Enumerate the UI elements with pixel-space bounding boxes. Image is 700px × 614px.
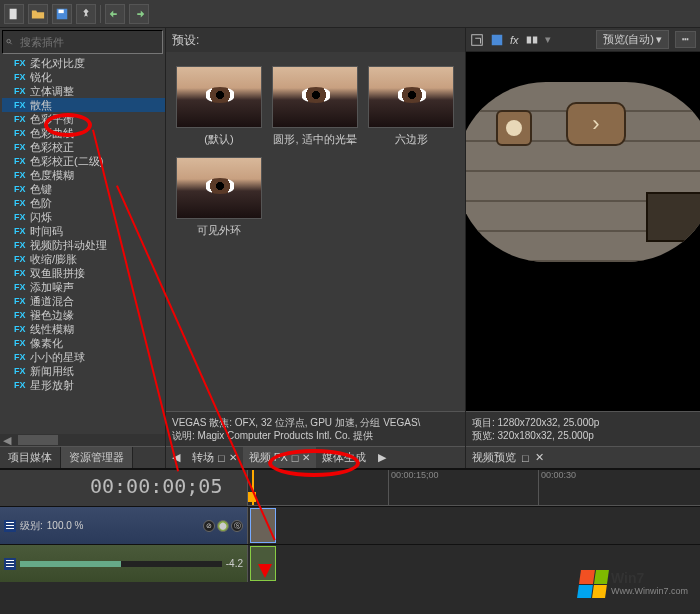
fx-item[interactable]: FX散焦 (2, 98, 165, 112)
fx-item[interactable]: FX色彩校正(二级) (2, 154, 165, 168)
left-bottom-tabs: 项目媒体 资源管理器 (0, 446, 165, 468)
track-level-label: 级别: (20, 519, 43, 533)
fx-item[interactable]: FX色彩曲线 (2, 126, 165, 140)
chevron-down-icon: ▾ (656, 33, 662, 46)
external-icon[interactable] (470, 33, 484, 47)
audio-track-header[interactable]: -4.2 (0, 545, 248, 582)
video-track: 级别: 100.0 % ⊘ ⬤ Ⓢ (0, 506, 700, 544)
pin-icon[interactable] (76, 4, 96, 24)
presets-header: 预设: (166, 28, 465, 52)
fx-item[interactable]: FX立体调整 (2, 84, 165, 98)
tabs-next-icon[interactable]: ▶ (372, 448, 392, 467)
close-icon[interactable]: ✕ (302, 452, 310, 463)
preview-toolbar: fx ▾ 预览(自动) ▾ ┅ (466, 28, 700, 52)
svg-rect-2 (59, 9, 64, 13)
watermark: Win7 Www.Winwin7.com (579, 570, 688, 598)
video-track-body[interactable] (248, 507, 700, 544)
preview-viewport[interactable]: › (466, 52, 700, 411)
tab-media-gen[interactable]: 媒体生成 (316, 447, 372, 468)
fx-item[interactable]: FX色阶 (2, 196, 165, 210)
preview-info: 项目: 1280x720x32, 25.000p 预览: 320x180x32,… (466, 411, 700, 446)
automation-icon[interactable]: ⬤ (217, 520, 229, 532)
preset-item[interactable]: 圆形, 适中的光晕 (272, 66, 358, 147)
annotation-arrowhead (258, 564, 272, 585)
fx-item[interactable]: FX像素化 (2, 336, 165, 350)
track-level-value[interactable]: 100.0 % (47, 520, 84, 531)
fx-item[interactable]: FX收缩/膨胀 (2, 252, 165, 266)
search-row (2, 30, 163, 54)
fx-indicator-icon[interactable]: fx (510, 34, 519, 46)
fx-item[interactable]: FX色彩平衡 (2, 112, 165, 126)
svg-rect-0 (10, 8, 17, 19)
video-track-header[interactable]: 级别: 100.0 % ⊘ ⬤ Ⓢ (0, 507, 248, 544)
preset-item[interactable]: 可见外环 (176, 157, 262, 238)
fx-item[interactable]: FX双鱼眼拼接 (2, 266, 165, 280)
fx-item[interactable]: FX星形放射 (2, 378, 165, 392)
fx-item[interactable]: FX褪色边缘 (2, 308, 165, 322)
preset-item[interactable]: 六边形 (368, 66, 454, 147)
close-icon[interactable]: ✕ (229, 452, 237, 463)
preview-panel: fx ▾ 预览(自动) ▾ ┅ › 项目: 1280x720x32, 25.00… (465, 28, 700, 468)
bypass-icon[interactable]: ⊘ (203, 520, 215, 532)
split-icon[interactable] (525, 33, 539, 47)
fx-item[interactable]: FX柔化对比度 (2, 56, 165, 70)
fx-list[interactable]: FX柔化对比度FX锐化FX立体调整FX散焦FX色彩平衡FX色彩曲线FX色彩校正F… (0, 56, 165, 434)
presets-panel: 预设: (默认)圆形, 适中的光晕六边形可见外环 VEGAS 散焦: OFX, … (165, 28, 465, 468)
fx-info-line2: 说明: Magix Computer Products Intl. Co. 提供 (172, 429, 459, 442)
fx-item[interactable]: FX色彩校正 (2, 140, 165, 154)
preview-resolution: 预览: 320x180x32, 25.000p (472, 429, 694, 442)
fx-panel: FX柔化对比度FX锐化FX立体调整FX散焦FX色彩平衡FX色彩曲线FX色彩校正F… (0, 28, 165, 468)
ruler-mark: 00:00:15;00 (388, 470, 439, 505)
fx-item[interactable]: FX小小的星球 (2, 350, 165, 364)
svg-rect-6 (492, 34, 503, 45)
preview-menu-icon[interactable]: ┅ (675, 31, 696, 48)
fx-item[interactable]: FX色键 (2, 182, 165, 196)
ruler-mark: 00:00:30 (538, 470, 576, 505)
fx-item[interactable]: FX新闻用纸 (2, 364, 165, 378)
fx-item[interactable]: FX视频防抖动处理 (2, 238, 165, 252)
track-menu-icon[interactable] (4, 520, 16, 532)
time-ruler[interactable]: 00:00:15;00 00:00:30 (248, 470, 700, 506)
save-frame-icon[interactable] (490, 33, 504, 47)
fx-item[interactable]: FX色度模糊 (2, 168, 165, 182)
tab-explorer[interactable]: 资源管理器 (61, 447, 133, 468)
save-icon[interactable] (52, 4, 72, 24)
h-scrollbar[interactable]: ◀ (0, 434, 165, 446)
fx-item[interactable]: FX闪烁 (2, 210, 165, 224)
svg-point-3 (7, 39, 11, 43)
mid-tabs: ◀ 转场 □ ✕ 视频 FX □ ✕ 媒体生成 ▶ (166, 446, 465, 468)
tab-project-media[interactable]: 项目媒体 (0, 447, 61, 468)
windows-logo-icon (577, 570, 609, 598)
tab-video-preview[interactable]: 视频预览 (472, 450, 516, 465)
tab-video-fx[interactable]: 视频 FX □ ✕ (243, 447, 317, 468)
preview-quality-dropdown[interactable]: 预览(自动) ▾ (596, 30, 669, 49)
timecode-area: 00:00:00;05 (0, 470, 248, 506)
preset-item[interactable]: (默认) (176, 66, 262, 147)
svg-rect-7 (526, 36, 530, 43)
fx-info-line1: VEGAS 散焦: OFX, 32 位浮点, GPU 加速, 分组 VEGAS\ (172, 416, 459, 429)
fx-item[interactable]: FX时间码 (2, 224, 165, 238)
undo-icon[interactable] (105, 4, 125, 24)
fx-info: VEGAS 散焦: OFX, 32 位浮点, GPU 加速, 分组 VEGAS\… (166, 411, 465, 446)
close-icon[interactable]: ✕ (535, 451, 544, 464)
redo-icon[interactable] (129, 4, 149, 24)
tab-transitions[interactable]: 转场 □ ✕ (186, 447, 243, 468)
search-input[interactable] (16, 36, 162, 48)
fx-item[interactable]: FX添加噪声 (2, 280, 165, 294)
tabs-prev-icon[interactable]: ◀ (166, 448, 186, 467)
open-file-icon[interactable] (28, 4, 48, 24)
fx-item[interactable]: FX线性模糊 (2, 322, 165, 336)
video-clip[interactable] (250, 508, 276, 543)
mute-icon[interactable]: Ⓢ (231, 520, 243, 532)
fx-item[interactable]: FX通道混合 (2, 294, 165, 308)
timecode-display[interactable]: 00:00:00;05 (0, 470, 247, 498)
search-icon (6, 35, 13, 49)
new-file-icon[interactable] (4, 4, 24, 24)
svg-line-4 (10, 42, 12, 44)
project-resolution: 项目: 1280x720x32, 25.000p (472, 416, 694, 429)
main-toolbar (0, 0, 700, 28)
preset-grid: (默认)圆形, 适中的光晕六边形可见外环 (172, 58, 459, 246)
fx-item[interactable]: FX锐化 (2, 70, 165, 84)
track-menu-icon[interactable] (4, 558, 16, 570)
track-db-value[interactable]: -4.2 (226, 558, 243, 569)
